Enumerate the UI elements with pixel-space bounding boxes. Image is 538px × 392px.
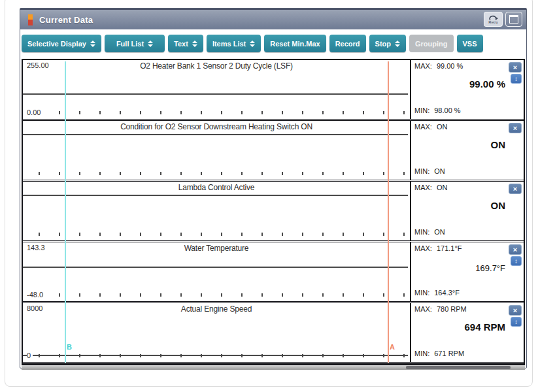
bottom-frame [22, 365, 525, 370]
max-prefix: MAX: [414, 123, 432, 131]
toolbar-button-vss[interactable]: VSS [457, 35, 483, 52]
toolbar-button-label: Stop [375, 40, 391, 48]
min-value: ON [434, 167, 445, 175]
channel-readout-panel: MAX:780 RPM 694 RPM MIN:671 RPM × ↕ [411, 303, 524, 362]
min-readout: MIN:164.3°F [414, 289, 460, 297]
current-value: ON [491, 139, 506, 150]
current-value: ON [491, 200, 506, 211]
toolbar-button-selective-display[interactable]: Selective Display [22, 35, 101, 52]
current-data-window: Current Data Retry Selective DisplayFull… [20, 8, 527, 368]
dropdown-caret-icon [395, 41, 400, 47]
current-value: 169.7°F [475, 263, 505, 273]
min-prefix: MIN: [414, 106, 429, 114]
signal-trace [23, 134, 408, 135]
current-value: 99.00 % [469, 78, 505, 90]
max-readout: MAX:780 RPM [414, 305, 467, 313]
min-readout: MIN:ON [414, 167, 445, 175]
channel-row: Lambda Control Active MAX:ON ON MIN:ON × [23, 182, 524, 242]
max-value: 780 RPM [437, 305, 467, 313]
retry-button[interactable]: Retry [484, 12, 503, 27]
close-channel-button[interactable]: × [509, 184, 522, 194]
max-readout: MAX:171.1°F [414, 244, 462, 252]
close-channel-button[interactable]: × [509, 123, 522, 133]
close-channel-button[interactable]: × [509, 305, 522, 316]
scrollbar-thumb[interactable] [406, 366, 511, 369]
y-axis-max-label: 8000 [27, 304, 44, 312]
channel-readout-panel: MAX:ON ON MIN:ON × [411, 121, 524, 180]
tick-marks [39, 172, 409, 175]
channel-chart: 255.00 O2 Heater Bank 1 Sensor 2 Duty Cy… [23, 60, 411, 119]
toolbar: Selective DisplayFull ListTextItems List… [20, 29, 526, 52]
maximize-icon [509, 15, 518, 24]
toolbar-button-label: Selective Display [27, 40, 86, 48]
y-axis-max-label: 143.3 [27, 244, 47, 252]
rescale-channel-button[interactable]: ↕ [511, 317, 522, 327]
channel-chart: 143.3 Water Temperature -48.0 [23, 242, 411, 301]
max-readout: MAX:ON [414, 123, 447, 131]
toolbar-button-text[interactable]: Text [168, 35, 203, 52]
channel-chart: 8000 Actual Engine Speed 0 [23, 303, 411, 362]
y-axis-min-label: 0 [27, 351, 33, 359]
channel-row: 143.3 Water Temperature -48.0 MAX:171.1°… [23, 242, 524, 303]
channel-row: 8000 Actual Engine Speed 0 MAX:780 RPM 6… [23, 303, 524, 364]
channel-row: 255.00 O2 Heater Bank 1 Sensor 2 Duty Cy… [23, 60, 524, 121]
min-value: 164.3°F [434, 289, 460, 297]
channel-readout-panel: MAX:99.00 % 99.00 % MIN:98.00 % × ↕ [411, 60, 524, 119]
y-axis-min-label: -48.0 [27, 291, 45, 299]
max-value: ON [437, 123, 448, 131]
tick-marks [39, 233, 409, 236]
min-value: 671 RPM [434, 350, 464, 357]
close-channel-button[interactable]: × [509, 62, 522, 73]
max-prefix: MAX: [414, 184, 432, 191]
max-value: 99.00 % [437, 62, 463, 70]
max-readout: MAX:ON [414, 184, 447, 191]
toolbar-button-record[interactable]: Record [329, 35, 366, 52]
toolbar-button-label: Full List [116, 40, 144, 48]
tick-marks [39, 111, 409, 114]
toolbar-button-stop[interactable]: Stop [369, 35, 406, 52]
channel-title: Water Temperature [23, 244, 410, 253]
app-icon [28, 14, 33, 25]
tick-marks [39, 293, 409, 297]
toolbar-button-label: Reset Min.Max [270, 40, 320, 48]
title-bar: Current Data Retry [20, 8, 526, 29]
max-value: 171.1°F [437, 244, 462, 252]
dropdown-caret-icon [148, 41, 153, 47]
channel-chart: Condition for O2 Sensor Downstream Heati… [23, 121, 411, 180]
window-title: Current Data [39, 15, 93, 25]
max-prefix: MAX: [414, 244, 432, 252]
channel-chart: Lambda Control Active [23, 182, 411, 240]
signal-trace [23, 93, 408, 95]
toolbar-button-reset-min-max[interactable]: Reset Min.Max [264, 35, 326, 52]
dropdown-caret-icon [90, 41, 95, 47]
y-axis-min-label: 0.00 [27, 108, 42, 116]
max-prefix: MAX: [414, 305, 432, 313]
screen: Current Data Retry Selective DisplayFull… [0, 0, 538, 392]
channel-title: Actual Engine Speed [23, 304, 410, 314]
max-readout: MAX:99.00 % [414, 62, 463, 70]
toolbar-button-grouping: Grouping [409, 35, 454, 52]
min-readout: MIN:ON [414, 228, 445, 236]
min-prefix: MIN: [414, 228, 429, 236]
rescale-channel-button[interactable]: ↕ [511, 74, 522, 84]
channel-row: Condition for O2 Sensor Downstream Heati… [23, 121, 524, 182]
channel-title: Lambda Control Active [23, 183, 410, 192]
channel-readout-panel: MAX:ON ON MIN:ON × [411, 182, 524, 240]
dropdown-caret-icon [250, 41, 255, 47]
toolbar-button-label: Record [335, 40, 360, 48]
graph-area: 255.00 O2 Heater Bank 1 Sensor 2 Duty Cy… [22, 59, 525, 365]
rescale-channel-button[interactable]: ↕ [511, 256, 522, 266]
toolbar-button-full-list[interactable]: Full List [105, 35, 165, 52]
channel-title: O2 Heater Bank 1 Sensor 2 Duty Cycle (LS… [23, 61, 410, 71]
y-axis-max-label: 255.00 [27, 61, 51, 69]
min-prefix: MIN: [414, 289, 429, 297]
channel-title: Condition for O2 Sensor Downstream Heati… [23, 122, 410, 131]
tick-marks [39, 354, 409, 357]
min-readout: MIN:671 RPM [414, 350, 464, 357]
maximize-button[interactable] [505, 12, 522, 27]
toolbar-button-items-list[interactable]: Items List [207, 35, 261, 52]
toolbar-button-label: VSS [463, 40, 477, 48]
close-channel-button[interactable]: × [509, 244, 522, 255]
retry-label: Retry [488, 21, 497, 24]
toolbar-button-label: Items List [212, 40, 246, 48]
